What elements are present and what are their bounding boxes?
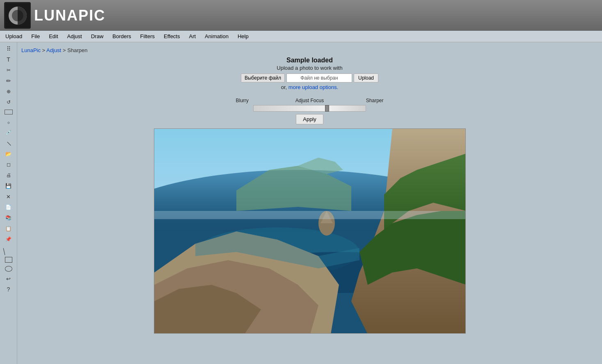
copy-tool[interactable]: 📋 [2, 224, 15, 234]
label-sharper: Sharper [334, 98, 384, 103]
menu-draw[interactable]: Draw [87, 31, 108, 41]
rect-shape-tool[interactable] [5, 257, 12, 263]
undo-tool[interactable]: ↩ [2, 274, 15, 284]
layers-tool[interactable]: 📚 [2, 213, 15, 223]
upload-title: Sample loaded [241, 57, 378, 64]
or-text: or, more upload options. [241, 84, 378, 90]
upload-section: Sample loaded Upload a photo to work wit… [241, 57, 378, 93]
help-tool[interactable]: ? [2, 284, 15, 294]
breadcrumb-adjust[interactable]: Adjust [46, 47, 61, 53]
image-container [154, 128, 466, 334]
menu-upload[interactable]: Upload [1, 31, 27, 41]
file-name-display: Файл не выбран [286, 73, 352, 82]
logo: LUNAPIC [4, 2, 105, 29]
close-tool[interactable]: ✕ [2, 192, 15, 201]
menu-edit[interactable]: Edit [44, 31, 62, 41]
menu-art[interactable]: Art [184, 31, 200, 41]
breadcrumb-current: Sharpen [67, 47, 87, 53]
paste-tool[interactable]: 📌 [2, 234, 15, 244]
breadcrumb: LunaPic > Adjust > Sharpen [17, 46, 602, 57]
menu-file[interactable]: File [27, 31, 44, 41]
zoom-tool[interactable]: ⊕ [2, 87, 15, 96]
logo-icon [4, 2, 31, 29]
slider-left-track [253, 105, 325, 112]
landscape-image [154, 129, 466, 334]
rectangle-select[interactable] [5, 110, 13, 114]
menu-help[interactable]: Help [233, 31, 253, 41]
slider-thumb[interactable] [325, 105, 329, 112]
open-tool[interactable]: 📂 [2, 149, 15, 159]
pen-line-tool[interactable]: ╱ [0, 242, 17, 258]
cut-tool[interactable]: ✂ [2, 65, 15, 75]
label-blurry: Blurry [236, 98, 285, 103]
upload-subtitle: Upload a photo to work with [241, 65, 378, 71]
breadcrumb-sep2: > [61, 47, 67, 53]
breadcrumb-sep1: > [41, 47, 46, 53]
upload-controls: Выберите файл Файл не выбран Upload [241, 73, 378, 82]
main-layout: ⠿ T ✂ ✏ ⊕ ↺ ⬦ 💉 | 📂 ◻ 🖨 💾 ✕ 📄 📚 📋 📌 ╱ ↩ … [0, 42, 602, 364]
label-adjust-focus: Adjust Focus [285, 98, 334, 103]
slider-right-track [329, 105, 366, 112]
rotate-tool[interactable]: ↺ [2, 97, 15, 107]
logo-text: LUNAPIC [34, 7, 105, 24]
menubar: Upload File Edit Adjust Draw Borders Fil… [0, 31, 602, 42]
menu-filters[interactable]: Filters [136, 31, 159, 41]
pencil-tool[interactable]: ✏ [2, 76, 15, 86]
erase-tool[interactable]: ◻ [2, 160, 15, 169]
more-upload-options-link[interactable]: more upload options. [288, 84, 338, 90]
content-area: LunaPic > Adjust > Sharpen Sample loaded… [17, 42, 602, 364]
new-file-tool[interactable]: 📄 [2, 202, 15, 212]
menu-animation[interactable]: Animation [200, 31, 233, 41]
apply-button[interactable]: Apply [296, 114, 323, 124]
fill-tool[interactable]: ⬦ [2, 117, 15, 127]
breadcrumb-home[interactable]: LunaPic [21, 47, 41, 53]
ellipse-tool[interactable] [5, 266, 12, 272]
sharpen-section: Blurry Adjust Focus Sharper Apply [236, 98, 384, 124]
slider-labels: Blurry Adjust Focus Sharper [236, 98, 384, 103]
slider-row [253, 105, 366, 112]
svg-rect-9 [154, 211, 466, 219]
menu-borders[interactable]: Borders [108, 31, 136, 41]
center-panel: Sample loaded Upload a photo to work wit… [17, 57, 602, 334]
text-tool[interactable]: T [2, 55, 15, 64]
menu-adjust[interactable]: Adjust [63, 31, 87, 41]
menu-effects[interactable]: Effects [159, 31, 185, 41]
choose-file-button[interactable]: Выберите файл [241, 73, 285, 82]
print-tool[interactable]: 🖨 [2, 170, 15, 180]
upload-button[interactable]: Upload [354, 73, 378, 82]
grid-tool[interactable]: ⠿ [2, 44, 15, 54]
header: LUNAPIC [0, 0, 602, 31]
save-tool[interactable]: 💾 [2, 181, 15, 191]
sidebar: ⠿ T ✂ ✏ ⊕ ↺ ⬦ 💉 | 📂 ◻ 🖨 💾 ✕ 📄 📚 📋 📌 ╱ ↩ … [0, 42, 17, 364]
